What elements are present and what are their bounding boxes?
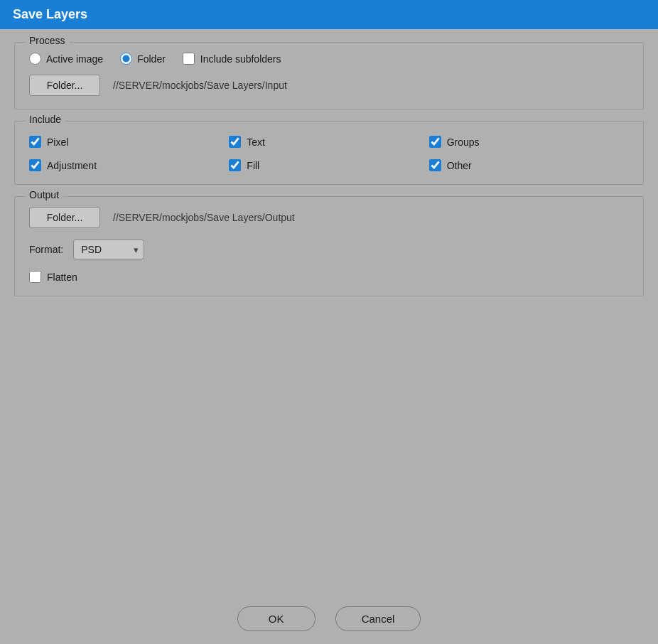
- groups-checkbox[interactable]: [429, 136, 441, 148]
- output-folder-button[interactable]: Folder...: [29, 207, 100, 228]
- output-row1: Folder... //SERVER/mockjobs/Save Layers/…: [29, 207, 629, 228]
- dialog-title: Save Layers: [13, 7, 87, 21]
- other-checkbox[interactable]: [429, 159, 441, 171]
- output-section: Output Folder... //SERVER/mockjobs/Save …: [14, 196, 644, 296]
- flatten-label: Flatten: [47, 272, 77, 283]
- fill-text: Fill: [247, 160, 259, 171]
- format-label: Format:: [29, 244, 63, 255]
- folder-radio[interactable]: [120, 53, 132, 65]
- active-image-label: Active image: [46, 53, 103, 65]
- active-image-radio[interactable]: [29, 53, 41, 65]
- process-section: Process Active image Folder Include subf…: [14, 42, 644, 109]
- output-row2: Format: PSD PNG JPEG TIFF: [29, 240, 629, 259]
- include-legend: Include: [25, 114, 65, 125]
- active-image-radio-label[interactable]: Active image: [29, 53, 103, 65]
- title-bar: Save Layers: [0, 0, 658, 29]
- pixel-checkbox[interactable]: [29, 136, 41, 148]
- process-legend: Process: [25, 35, 70, 46]
- include-subfolders-text: Include subfolders: [200, 53, 281, 65]
- include-subfolders-checkbox[interactable]: [183, 53, 195, 65]
- other-label[interactable]: Other: [429, 159, 629, 171]
- format-select-wrapper[interactable]: PSD PNG JPEG TIFF: [73, 240, 144, 259]
- folder-radio-label-text: Folder: [137, 53, 166, 65]
- process-folder-button[interactable]: Folder...: [29, 75, 100, 96]
- ok-button[interactable]: OK: [237, 606, 315, 631]
- adjustment-label[interactable]: Adjustment: [29, 159, 229, 171]
- include-subfolders-label[interactable]: Include subfolders: [183, 53, 281, 65]
- format-select[interactable]: PSD PNG JPEG TIFF: [73, 240, 144, 259]
- folder-radio-label[interactable]: Folder: [120, 53, 166, 65]
- groups-label[interactable]: Groups: [429, 136, 629, 148]
- dialog-footer: OK Cancel: [0, 596, 658, 644]
- process-row2: Folder... //SERVER/mockjobs/Save Layers/…: [29, 75, 629, 96]
- process-row1: Active image Folder Include subfolders: [29, 53, 629, 65]
- output-row3: Flatten: [29, 271, 629, 283]
- pixel-text: Pixel: [47, 136, 68, 148]
- text-label[interactable]: Text: [229, 136, 428, 148]
- cancel-button[interactable]: Cancel: [335, 606, 421, 631]
- adjustment-text: Adjustment: [47, 160, 97, 171]
- output-folder-path: //SERVER/mockjobs/Save Layers/Output: [113, 212, 295, 223]
- text-checkbox[interactable]: [229, 136, 241, 148]
- output-legend: Output: [25, 189, 63, 200]
- groups-text: Groups: [447, 136, 480, 148]
- fill-label[interactable]: Fill: [229, 159, 428, 171]
- other-text: Other: [447, 160, 472, 171]
- adjustment-checkbox[interactable]: [29, 159, 41, 171]
- text-text: Text: [247, 136, 265, 148]
- process-folder-path: //SERVER/mockjobs/Save Layers/Input: [113, 80, 287, 91]
- include-grid: Pixel Text Groups Adjustment Fill Oth: [29, 136, 629, 171]
- include-section: Include Pixel Text Groups Adjustment: [14, 121, 644, 185]
- dialog-body: Process Active image Folder Include subf…: [0, 29, 658, 596]
- pixel-label[interactable]: Pixel: [29, 136, 229, 148]
- flatten-checkbox[interactable]: [29, 271, 41, 283]
- fill-checkbox[interactable]: [229, 159, 241, 171]
